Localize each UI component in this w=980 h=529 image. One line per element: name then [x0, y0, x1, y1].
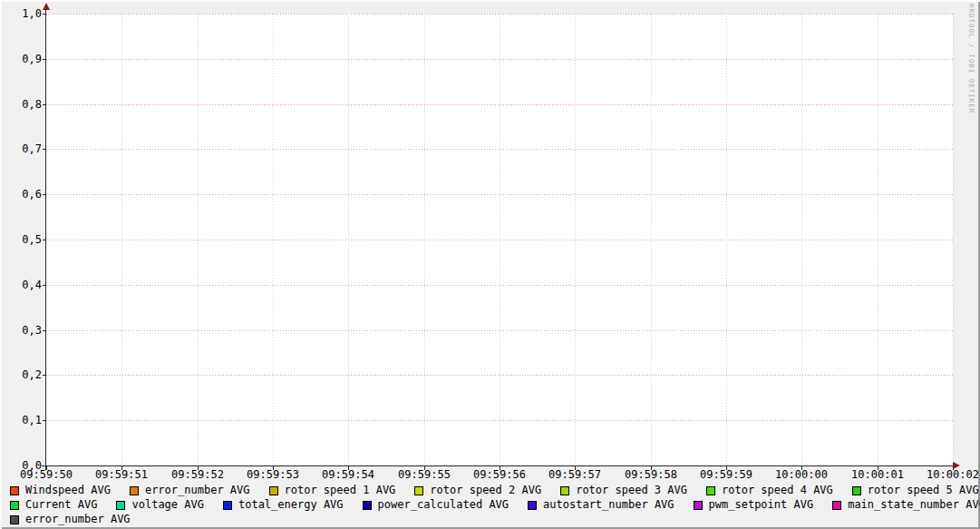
x-tick-label: 10:00:01 [849, 468, 906, 481]
legend-label: rotor speed 2 AVG [430, 485, 541, 496]
y-tick-label: 0,4 [0, 279, 42, 291]
y-tick [43, 420, 46, 421]
legend-label: rotor speed 4 AVG [722, 485, 833, 496]
y-tick-label: 1,0 [0, 7, 42, 20]
legend-label: voltage AVG [131, 499, 203, 511]
y-tick-label: 0,3 [0, 324, 42, 337]
legend-color-swatch [10, 501, 19, 510]
legend-label: main_state_number AVG [848, 499, 980, 511]
legend: Windspeed AVGerror_number AVGrotor speed… [10, 485, 975, 528]
legend-label: total_energy AVG [238, 499, 344, 511]
legend-item: Windspeed AVG [10, 485, 111, 496]
grid-line-vertical [121, 14, 122, 465]
legend-label: autostart_number AVG [543, 499, 674, 511]
grid-line-vertical [953, 14, 954, 465]
legend-color-swatch [10, 486, 19, 495]
x-tick-label: 09:59:54 [320, 468, 376, 481]
legend-item: autostart_number AVG [528, 499, 674, 511]
y-tick-label: 0,7 [0, 142, 42, 155]
legend-color-swatch [694, 501, 703, 510]
legend-row: Windspeed AVGerror_number AVGrotor speed… [10, 485, 975, 498]
y-tick [43, 149, 46, 150]
grid-line-vertical [198, 14, 199, 465]
y-tick-label: 0,5 [0, 233, 42, 246]
y-tick [43, 194, 46, 195]
legend-color-swatch [852, 486, 861, 495]
x-axis-line [42, 465, 954, 466]
x-tick-label: 09:59:57 [547, 468, 603, 481]
legend-label: Current AVG [25, 499, 97, 511]
legend-color-swatch [223, 501, 232, 510]
x-tick-label: 09:59:51 [93, 468, 150, 481]
legend-label: error_number AVG [145, 485, 250, 496]
y-axis-arrow-icon [43, 3, 50, 10]
legend-item: Current AVG [10, 499, 97, 511]
legend-item: main_state_number AVG [832, 499, 980, 511]
x-tick-label: 09:59:55 [396, 468, 452, 481]
y-axis-line [45, 5, 46, 470]
legend-color-swatch [832, 501, 841, 510]
y-tick [43, 285, 46, 286]
watermark: RRDTOOL / TOBI OETIKER [967, 4, 975, 113]
grid-line-vertical [575, 14, 576, 465]
rrdtool-graph: 0,00,10,20,30,40,50,60,70,80,91,0 09:59:… [0, 0, 980, 529]
legend-row: error_number AVG [10, 514, 975, 527]
y-tick [43, 330, 46, 331]
x-tick-label: 09:59:50 [18, 468, 74, 481]
legend-color-swatch [414, 486, 423, 495]
legend-color-swatch [10, 515, 19, 524]
x-tick-label: 10:00:02 [925, 468, 980, 481]
grid-line-vertical [273, 14, 274, 465]
legend-label: rotor speed 1 AVG [285, 485, 396, 496]
y-tick-label: 0,1 [0, 414, 42, 426]
y-tick [43, 375, 46, 376]
grid-line-vertical [500, 14, 500, 465]
legend-item: rotor speed 5 AVG [852, 485, 979, 496]
x-tick-label: 09:59:56 [471, 468, 528, 481]
legend-item: rotor speed 3 AVG [560, 485, 687, 496]
y-tick [43, 240, 46, 240]
legend-item: rotor speed 1 AVG [269, 485, 396, 496]
legend-color-swatch [363, 501, 372, 510]
legend-item: total_energy AVG [223, 499, 344, 511]
legend-label: rotor speed 3 AVG [576, 485, 687, 496]
x-tick-label: 09:59:59 [698, 468, 754, 481]
legend-row: Current AVGvoltage AVGtotal_energy AVGpo… [10, 499, 975, 513]
grid-line-vertical [878, 14, 878, 465]
legend-label: pwm_setpoint AVG [709, 499, 814, 511]
legend-item: rotor speed 2 AVG [414, 485, 541, 496]
x-tick-label: 09:59:52 [170, 468, 226, 481]
legend-color-swatch [269, 486, 278, 495]
legend-color-swatch [116, 501, 125, 510]
legend-item: power_calculated AVG [363, 499, 509, 511]
legend-item: error_number AVG [10, 514, 131, 525]
y-tick [43, 59, 46, 60]
y-tick-label: 0,6 [0, 188, 42, 201]
y-tick-label: 0,8 [0, 98, 42, 111]
legend-color-swatch [560, 486, 569, 495]
legend-color-swatch [528, 501, 537, 510]
x-tick-label: 10:00:00 [773, 468, 830, 481]
legend-color-swatch [130, 486, 139, 495]
y-tick [43, 104, 46, 105]
legend-label: rotor speed 5 AVG [868, 485, 979, 496]
grid-line-vertical [726, 14, 727, 465]
legend-item: voltage AVG [116, 499, 203, 511]
x-tick-label: 09:59:53 [245, 468, 301, 481]
grid-line-vertical [424, 14, 425, 465]
legend-label: power_calculated AVG [378, 499, 509, 511]
y-tick [43, 14, 46, 15]
legend-color-swatch [706, 486, 715, 495]
legend-label: Windspeed AVG [25, 485, 111, 496]
legend-item: rotor speed 4 AVG [706, 485, 833, 496]
grid-line-vertical [801, 14, 802, 465]
legend-item: error_number AVG [130, 485, 250, 496]
y-tick-label: 0,2 [0, 368, 42, 381]
grid-line-vertical [651, 14, 652, 465]
legend-label: error_number AVG [25, 514, 131, 525]
grid-line-vertical [348, 14, 349, 465]
x-tick-label: 09:59:58 [623, 468, 679, 481]
y-tick-label: 0,9 [0, 53, 42, 65]
legend-item: pwm_setpoint AVG [694, 499, 814, 511]
